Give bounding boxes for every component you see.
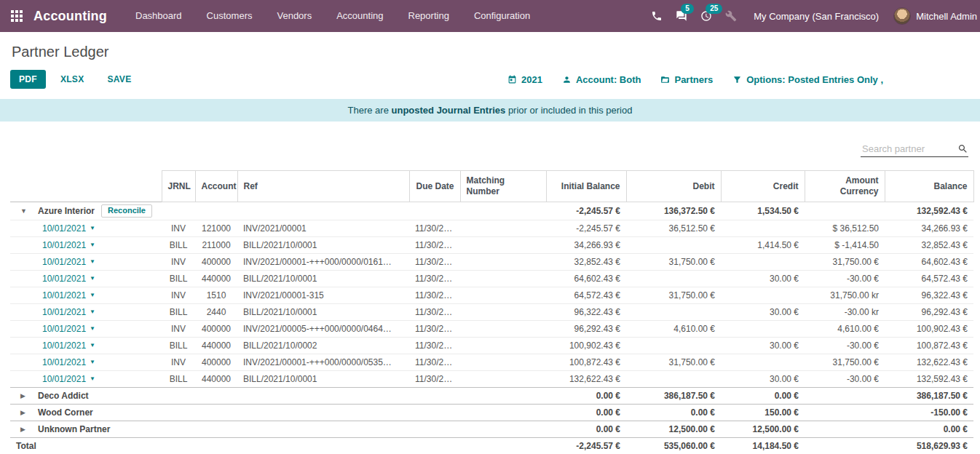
entry-initial-balance: 96,322.43 €	[546, 304, 626, 321]
entry-credit	[721, 220, 805, 237]
apps-menu-button[interactable]	[0, 0, 33, 32]
entry-date-link[interactable]: 10/01/2021▼	[42, 256, 95, 268]
entry-date: 10/01/2021	[42, 273, 86, 284]
summary-credit: 0.00 €	[721, 388, 805, 405]
entry-account: 1510	[195, 287, 237, 304]
entry-due-date: 11/30/2021	[409, 304, 460, 321]
partner-summary-row: ▶Unknown Partner0.00 €12,500.00 €12,500.…	[10, 421, 973, 438]
top-navbar: Accounting Dashboard Customers Vendors A…	[0, 0, 980, 32]
entry-matching-number	[460, 287, 546, 304]
total-empty	[409, 438, 460, 454]
entry-initial-balance: 64,602.43 €	[546, 271, 626, 287]
entry-date: 10/01/2021	[42, 256, 86, 268]
entry-account: 211000	[195, 237, 237, 254]
user-menu[interactable]: Mitchell Admin	[916, 11, 977, 22]
messages-button[interactable]: 5	[669, 0, 694, 32]
entry-date-link[interactable]: 10/01/2021▼	[42, 239, 95, 251]
expand-caret-icon[interactable]: ▶	[20, 407, 28, 418]
entry-matching-number	[460, 371, 546, 388]
menu-reporting[interactable]: Reporting	[396, 0, 462, 32]
search-partner-input[interactable]	[861, 143, 957, 155]
menu-vendors[interactable]: Vendors	[264, 0, 324, 32]
user-avatar[interactable]	[893, 7, 911, 25]
filter-partners-label: Partners	[674, 74, 713, 85]
entry-date-link[interactable]: 10/01/2021▼	[42, 223, 95, 234]
entry-initial-balance: 64,572.43 €	[546, 287, 626, 304]
chevron-down-icon: ▼	[90, 290, 95, 301]
ledger-entry-row: 10/01/2021▼ INV 1510 INV/2021/00001-315 …	[10, 287, 973, 304]
entry-debit: 36,512.50 €	[626, 220, 721, 237]
entry-due-date: 11/30/2021	[409, 220, 460, 237]
total-amount	[805, 438, 885, 454]
banner-text-bold: unposted Journal Entries	[392, 105, 506, 116]
entry-debit: 31,750.00 €	[626, 354, 721, 371]
entry-date-link[interactable]: 10/01/2021▼	[42, 323, 95, 335]
summary-empty	[409, 388, 460, 405]
filter-date[interactable]: 2021	[507, 74, 542, 85]
ledger-entry-row: 10/01/2021▼ BILL 211000 BILL/2021/10/000…	[10, 237, 973, 254]
entry-date: 10/01/2021	[42, 239, 86, 251]
expand-caret-icon[interactable]: ▶	[20, 390, 28, 402]
summary-amount	[805, 421, 885, 438]
search-row	[10, 143, 970, 157]
summary-empty	[162, 405, 195, 421]
menu-dashboard[interactable]: Dashboard	[123, 0, 194, 32]
main-menu: Dashboard Customers Vendors Accounting R…	[123, 0, 542, 32]
entry-date-link[interactable]: 10/01/2021▼	[42, 340, 95, 351]
entry-date-link[interactable]: 10/01/2021▼	[42, 290, 95, 301]
entry-due-date: 11/30/2021	[409, 237, 460, 254]
ledger-entry-row: 10/01/2021▼ INV 400000 INV/2021/00001-++…	[10, 354, 973, 371]
summary-balance: 386,187.50 €	[885, 388, 973, 405]
entry-balance: 96,292.43 €	[885, 304, 973, 321]
entry-journal: BILL	[162, 304, 195, 321]
app-title[interactable]: Accounting	[33, 9, 107, 24]
pdf-button[interactable]: PDF	[10, 70, 46, 89]
entry-date-link[interactable]: 10/01/2021▼	[42, 373, 95, 385]
entry-account: 400000	[195, 254, 237, 271]
voip-phone-button[interactable]	[644, 0, 669, 32]
group-debit: 136,372.50 €	[626, 202, 721, 220]
entry-date-link[interactable]: 10/01/2021▼	[42, 357, 95, 368]
entry-account: 400000	[195, 354, 237, 371]
entry-debit	[626, 237, 721, 254]
reconcile-button[interactable]: Reconcile	[101, 204, 152, 218]
filter-partners[interactable]: Partners	[660, 74, 713, 85]
expand-caret-icon[interactable]: ▶	[20, 423, 28, 435]
entry-account: 440000	[195, 371, 237, 388]
banner-text-pre: There are	[348, 105, 392, 116]
developer-tools-button[interactable]	[719, 0, 743, 32]
menu-accounting[interactable]: Accounting	[324, 0, 395, 32]
ledger-entry-row: 10/01/2021▼ INV 121000 INV/2021/00001 11…	[10, 220, 973, 237]
column-header-balance: Balance	[885, 171, 973, 202]
activities-button[interactable]: 25	[694, 0, 719, 32]
entry-journal: BILL	[162, 371, 195, 388]
save-button[interactable]: SAVE	[98, 70, 140, 89]
content-area: Partner Ledger PDF XLSX SAVE 2021 Accoun…	[0, 32, 980, 454]
collapse-caret-icon[interactable]: ▼	[20, 205, 28, 217]
chevron-down-icon: ▼	[90, 340, 95, 351]
entry-date-link[interactable]: 10/01/2021▼	[42, 273, 95, 284]
filter-account-label: Account: Both	[576, 74, 641, 85]
entry-journal: INV	[162, 287, 195, 304]
menu-configuration[interactable]: Configuration	[462, 0, 542, 32]
group-ref	[237, 202, 409, 220]
company-switcher[interactable]: My Company (San Francisco)	[754, 11, 879, 22]
total-balance: 518,629.93 €	[885, 438, 973, 454]
column-header-matching-number: Matching Number	[460, 171, 546, 202]
entry-journal: INV	[162, 220, 195, 237]
folder-icon	[660, 75, 670, 84]
entry-balance: 34,266.93 €	[885, 220, 973, 237]
partner-name: Wood Corner	[38, 407, 93, 418]
xlsx-button[interactable]: XLSX	[52, 70, 93, 89]
search-icon[interactable]	[957, 143, 968, 154]
summary-empty	[409, 405, 460, 421]
filter-options[interactable]: Options: Posted Entries Only ,	[732, 74, 883, 85]
entry-debit: 31,750.00 €	[626, 254, 721, 271]
summary-empty	[237, 421, 409, 438]
filter-account[interactable]: Account: Both	[562, 74, 641, 85]
group-amount	[805, 202, 885, 220]
menu-customers[interactable]: Customers	[194, 0, 265, 32]
ledger-entry-row: 10/01/2021▼ INV 400000 INV/2021/00005-++…	[10, 321, 973, 338]
entry-date-link[interactable]: 10/01/2021▼	[42, 306, 95, 318]
chevron-down-icon: ▼	[90, 323, 95, 335]
